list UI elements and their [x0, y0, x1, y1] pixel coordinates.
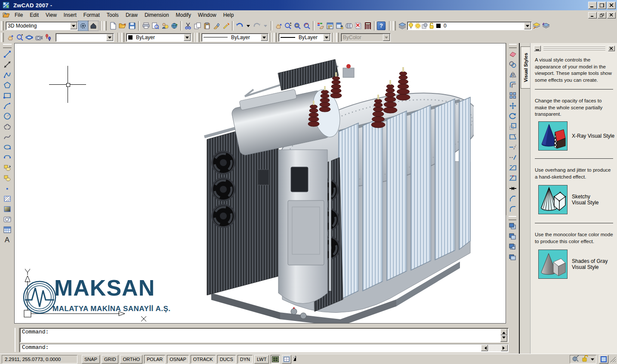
command-vscrollbar[interactable]	[500, 329, 508, 342]
xray-style-thumbnail[interactable]	[538, 121, 568, 151]
menu-insert[interactable]: Insert	[60, 11, 80, 19]
lineweight-dropdown[interactable]: ByLayer	[278, 33, 331, 42]
color-dropdown-arrow[interactable]	[184, 34, 191, 41]
sketchy-style-thumbnail[interactable]	[538, 185, 568, 214]
properties-paint-icon[interactable]	[316, 21, 325, 31]
redo-icon[interactable]	[252, 21, 262, 31]
text-style-dropdown[interactable]	[56, 33, 114, 42]
zoom-window-icon[interactable]	[293, 21, 302, 31]
maximize-button[interactable]	[598, 2, 606, 9]
menu-modify[interactable]: Modify	[173, 11, 194, 19]
open-file-icon[interactable]	[118, 21, 127, 31]
orbit-icon[interactable]	[25, 33, 34, 42]
help-icon[interactable]: ?	[377, 22, 386, 30]
render-icon[interactable]	[344, 21, 354, 31]
zoom-previous-icon[interactable]	[302, 21, 312, 31]
home-view-icon[interactable]	[88, 21, 99, 31]
paper-space-icon[interactable]	[282, 355, 291, 364]
clean-screen-icon[interactable]	[599, 355, 608, 364]
command-history[interactable]: Command:	[20, 328, 509, 342]
menu-window[interactable]: Window	[194, 11, 220, 19]
command-input[interactable]: Command:	[20, 344, 509, 352]
offset-tool-icon[interactable]	[508, 80, 518, 90]
move-tool-icon[interactable]	[508, 101, 518, 111]
toolbar-grip[interactable]	[197, 33, 200, 42]
pan-realtime-icon[interactable]	[6, 33, 15, 42]
linetype-dropdown[interactable]: ByLayer	[201, 33, 268, 42]
toggle-ortho[interactable]: ORTHO	[120, 355, 142, 364]
arc-tool-icon[interactable]	[3, 101, 12, 111]
toggle-polar[interactable]: POLAR	[144, 355, 165, 364]
panel-minimize-icon[interactable]	[534, 46, 541, 51]
status-expand-icon[interactable]	[293, 355, 296, 363]
circle-tool-icon[interactable]	[3, 111, 12, 121]
copy-object-tool-icon[interactable]	[508, 60, 518, 69]
undo-icon[interactable]	[235, 21, 244, 31]
erase-tool-icon[interactable]	[508, 49, 518, 59]
toolbar-grip[interactable]	[509, 216, 516, 220]
array-tool-icon[interactable]	[508, 91, 518, 100]
tray-dropdown-arrow[interactable]	[591, 358, 594, 362]
menu-format[interactable]: Format	[80, 11, 103, 19]
line-tool-icon[interactable]	[3, 49, 12, 59]
fillet-tool-icon[interactable]	[508, 204, 518, 214]
toolbar-grip[interactable]	[509, 44, 517, 48]
polygon-tool-icon[interactable]	[3, 80, 12, 90]
layer-translate-icon[interactable]	[335, 21, 344, 31]
ellipse-arc-tool-icon[interactable]	[3, 153, 12, 162]
unlock-icon[interactable]	[581, 355, 588, 364]
command-hscrollbar[interactable]	[481, 345, 508, 352]
copy-icon[interactable]	[193, 21, 202, 31]
menu-help[interactable]: Help	[220, 11, 238, 19]
etransmit-icon[interactable]	[170, 21, 179, 31]
stretch-tool-icon[interactable]	[508, 132, 518, 142]
toolbar-grip[interactable]	[1, 21, 4, 31]
send-under-objects-icon[interactable]	[508, 253, 517, 262]
pan-icon[interactable]	[274, 21, 283, 31]
toggle-dyn[interactable]: DYN	[238, 355, 253, 364]
scroll-left-icon[interactable]	[481, 345, 488, 351]
break-tool-icon[interactable]	[508, 163, 518, 173]
paste-icon[interactable]	[202, 21, 212, 31]
toolbar-grip[interactable]	[274, 33, 277, 42]
drawing-viewport[interactable]: MAKSAN MALATYA MAKİNA SANAYİİ A.Ş.	[14, 43, 506, 324]
rectangle-tool-icon[interactable]	[3, 91, 12, 100]
title-bar[interactable]: ZwCAD 2007 -	[0, 0, 617, 10]
coordinates-display[interactable]: 2.2911, 255.0773, 0.0000	[2, 355, 77, 364]
toggle-ducs[interactable]: DUCS	[217, 355, 236, 364]
doc-minimize-button[interactable]	[588, 12, 597, 19]
scale-tool-icon[interactable]	[508, 122, 518, 131]
toggle-osnap[interactable]: OSNAP	[167, 355, 189, 364]
resize-grip[interactable]	[610, 357, 616, 364]
toolbar-grip[interactable]	[336, 33, 339, 42]
gradient-tool-icon[interactable]	[3, 204, 12, 214]
new-file-icon[interactable]	[108, 21, 118, 31]
minimize-button[interactable]	[588, 2, 597, 9]
text-tool-icon[interactable]: A	[3, 235, 12, 245]
print-preview-icon[interactable]	[151, 21, 160, 31]
scroll-up-icon[interactable]	[500, 329, 507, 335]
save-icon[interactable]	[127, 21, 137, 31]
workspace-dropdown-arrow[interactable]	[70, 22, 77, 29]
command-window-grip[interactable]	[15, 328, 20, 352]
menu-file[interactable]: File	[11, 11, 26, 19]
scroll-down-icon[interactable]	[500, 335, 507, 342]
break-at-point-tool-icon[interactable]	[508, 173, 518, 183]
workspace-dropdown[interactable]: 3D Modeling	[6, 22, 78, 30]
insert-block-tool-icon[interactable]	[3, 163, 12, 173]
shades-of-gray-style-thumbnail[interactable]	[538, 250, 568, 279]
close-button[interactable]	[607, 2, 616, 9]
mirror-tool-icon[interactable]	[508, 70, 518, 80]
linetype-dropdown-arrow[interactable]	[261, 34, 268, 41]
cut-icon[interactable]	[183, 21, 193, 31]
lineweight-dropdown-arrow[interactable]	[323, 34, 330, 41]
doc-close-button[interactable]	[607, 12, 616, 19]
edit-properties-icon[interactable]	[221, 21, 231, 31]
toggle-grid[interactable]: GRID	[102, 355, 119, 364]
layer-properties-icon[interactable]	[325, 21, 335, 31]
ellipse-tool-icon[interactable]	[3, 142, 12, 152]
toggle-snap[interactable]: SNAP	[82, 355, 100, 364]
publish-icon[interactable]	[160, 21, 170, 31]
table-tool-icon[interactable]	[3, 225, 12, 234]
walk-icon[interactable]	[43, 33, 53, 42]
